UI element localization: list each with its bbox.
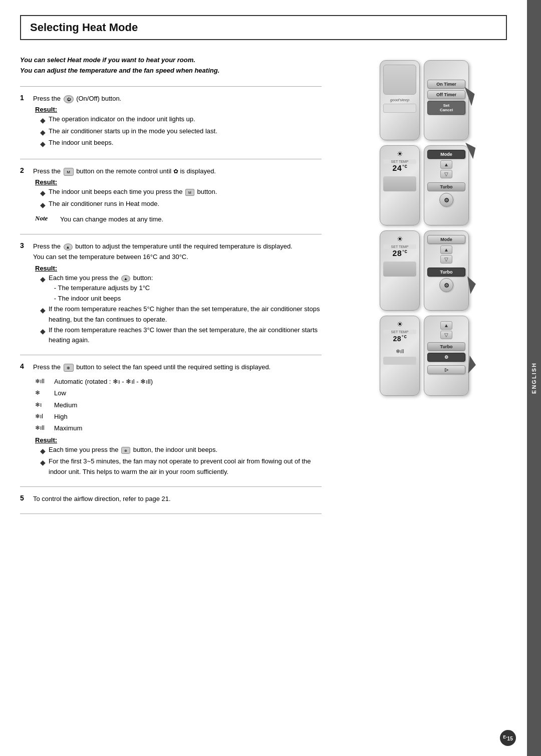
result-text: The operation indicator on the indoor un… bbox=[49, 114, 195, 125]
temp-display-2: 24°C bbox=[383, 164, 416, 173]
step-2-note: Note You can change modes at any time. bbox=[35, 214, 322, 225]
deg-c-2: °C bbox=[402, 164, 407, 169]
remote-sleep-btn bbox=[383, 104, 416, 113]
temp-down-btn[interactable]: ▽ bbox=[440, 170, 452, 178]
temp-up-btn-3[interactable]: ▲ bbox=[440, 245, 452, 254]
fan-row-auto: ❄ıll Automatic (rotated : ❄ı - ❄ıl - ❄ıl… bbox=[35, 376, 322, 387]
right-column: good'sleep On Timer Off Timer bbox=[342, 55, 507, 521]
side-tab-label: ENGLISH bbox=[531, 362, 537, 394]
step-3-header: 3 Press the ▲ button to adjust the tempe… bbox=[20, 241, 322, 263]
result-text: The air conditioner runs in Heat mode. bbox=[49, 199, 159, 209]
result-label-2: Result: bbox=[35, 178, 57, 186]
step-5-num: 5 bbox=[20, 494, 28, 502]
step-4: 4 Press the ⊕ button to select the fan s… bbox=[20, 362, 322, 477]
spacer4 bbox=[383, 343, 416, 348]
on-off-icon: ⏻ bbox=[64, 95, 74, 103]
remote-bottom-left-4 bbox=[383, 357, 416, 365]
temp-up-btn-4[interactable]: ▲ bbox=[440, 321, 452, 330]
remote-panel-2: ☀ SET TEMP 24°C Mode ▲ ▽ Turbo ⚙ bbox=[342, 145, 507, 225]
mode-btn[interactable]: Mode bbox=[427, 150, 465, 159]
fan-row-high: ❄ıl High bbox=[35, 411, 322, 422]
step-4-text: Press the ⊕ button to select the fan spe… bbox=[33, 362, 270, 373]
remote-right-1: On Timer Off Timer Set Cancel bbox=[424, 60, 469, 140]
result-text: The indoor unit beeps. bbox=[49, 138, 113, 148]
offtimer-label: Off Timer bbox=[436, 92, 456, 97]
remote-body-left bbox=[383, 65, 416, 95]
remote-right-4: ▲ ▽ Turbo ⚙ ▷ bbox=[424, 316, 469, 396]
mode-btn-icon: M bbox=[64, 168, 74, 176]
result-text: For the first 3~5 minutes, the fan may n… bbox=[49, 456, 322, 477]
bullet-icon: ◆ bbox=[40, 138, 46, 149]
fan-speed-btn[interactable]: ⚙ bbox=[427, 353, 465, 362]
result-items-4: ◆ Each time you press the ⊕ button, the … bbox=[40, 445, 322, 477]
page-number-badge: E-15 bbox=[500, 730, 516, 746]
remote-panel-3: ☀ SET TEMP 28°C Mode ▲ ▽ Turbo ⚙ bbox=[342, 230, 507, 311]
result-item: ◆ Each time you press the ⊕ button, the … bbox=[40, 445, 322, 456]
temp-down-btn-4[interactable]: ▽ bbox=[440, 331, 452, 339]
turbo-btn-4[interactable]: Turbo bbox=[427, 342, 465, 351]
result-text: The air conditioner starts up in the mod… bbox=[49, 126, 217, 137]
step-1-result: Result: ◆ The operation indicator on the… bbox=[35, 106, 322, 149]
fan-low-icon: ❄ bbox=[35, 388, 50, 399]
result-text: Each time you press the ⊕ button, the in… bbox=[49, 445, 217, 455]
temp-display-3: 28°C bbox=[383, 249, 416, 259]
step-1-header: 1 Press the ⏻ (On/Off) button. bbox=[20, 94, 322, 104]
result-label-1: Result: bbox=[35, 106, 57, 113]
fan-mode-btn-3[interactable]: ⚙ bbox=[439, 278, 453, 292]
remote-right-wrapper-2: Mode ▲ ▽ Turbo ⚙ bbox=[424, 145, 469, 225]
step-1-text: Press the ⏻ (On/Off) button. bbox=[33, 94, 121, 104]
step-3-text: Press the ▲ button to adjust the tempera… bbox=[33, 241, 293, 263]
fan-medium-icon: ❄ı bbox=[35, 400, 50, 411]
remote-left-1: good'sleep bbox=[380, 60, 420, 140]
fan-row-medium: ❄ı Medium bbox=[35, 399, 322, 411]
result-item: ◆ The indoor unit beeps. bbox=[40, 138, 322, 149]
bullet-icon: ◆ bbox=[40, 199, 46, 210]
bullet-icon: ◆ bbox=[40, 274, 46, 285]
fan-medium-label: Medium bbox=[54, 399, 77, 411]
step-5-text: To control the airflow direction, refer … bbox=[33, 494, 171, 505]
remote-right-wrapper-1: On Timer Off Timer Set Cancel bbox=[424, 60, 469, 140]
result-item: ◆ The air conditioner runs in Heat mode. bbox=[40, 199, 322, 210]
fan-max-icon: ❄ıll bbox=[35, 423, 50, 434]
step-2-text: Press the M button on the remote control… bbox=[33, 166, 216, 177]
fan-speed-block: ❄ıll Automatic (rotated : ❄ı - ❄ıl - ❄ıl… bbox=[35, 376, 322, 434]
remote-bottom-left-3 bbox=[383, 262, 416, 277]
divider-3 bbox=[20, 355, 322, 355]
step-4-header: 4 Press the ⊕ button to select the fan s… bbox=[20, 362, 322, 373]
result-text: If the room temperature reaches 3°C lowe… bbox=[49, 325, 322, 346]
fan-high-icon: ❄ıl bbox=[35, 411, 50, 422]
remote-left-3: ☀ SET TEMP 28°C bbox=[380, 230, 420, 311]
mode-btn-3[interactable]: Mode bbox=[427, 235, 465, 244]
result-items-2: ◆ The indoor unit beeps each time you pr… bbox=[40, 187, 322, 210]
heat-icon: ✿ bbox=[173, 168, 178, 175]
offtimer-btn[interactable]: Off Timer bbox=[427, 90, 465, 99]
sleep-label: good'sleep bbox=[383, 98, 416, 102]
side-tab: ENGLISH bbox=[527, 0, 541, 756]
remote-right-2: Mode ▲ ▽ Turbo ⚙ bbox=[424, 145, 469, 225]
result-text: Each time you press the ▲ button: - The … bbox=[49, 273, 153, 304]
step-2-header: 2 Press the M button on the remote contr… bbox=[20, 166, 322, 177]
airflow-btn[interactable]: ▷ bbox=[427, 365, 465, 374]
fan-mode-btn-2[interactable]: ⚙ bbox=[439, 193, 453, 207]
result-text: If the room temperature reaches 5°C high… bbox=[49, 304, 322, 325]
temp-up-btn[interactable]: ▲ bbox=[440, 160, 452, 169]
bullet-icon: ◆ bbox=[40, 326, 46, 337]
step-3-result: Result: ◆ Each time you press the ▲ butt… bbox=[35, 265, 322, 346]
step-4-result: Result: ◆ Each time you press the ⊕ butt… bbox=[35, 436, 322, 477]
intro-line1: You can select Heat mode if you want to … bbox=[20, 55, 322, 66]
remote-right-wrapper-3: Mode ▲ ▽ Turbo ⚙ bbox=[424, 230, 469, 311]
bullet-icon: ◆ bbox=[40, 305, 46, 316]
step-2-num: 2 bbox=[20, 166, 28, 174]
step-2-result: Result: ◆ The indoor unit beeps each tim… bbox=[35, 178, 322, 210]
setcancel-btn[interactable]: Set Cancel bbox=[427, 101, 465, 115]
title-box: Selecting Heat Mode bbox=[20, 15, 507, 40]
fan-row-max: ❄ıll Maximum bbox=[35, 422, 322, 434]
fan-low-label: Low bbox=[54, 387, 66, 399]
turbo-btn-2[interactable]: Turbo bbox=[427, 182, 465, 191]
result-item: ◆ The operation indicator on the indoor … bbox=[40, 114, 322, 126]
temp-down-btn-3[interactable]: ▽ bbox=[440, 255, 452, 264]
set-temp-label-3: SET TEMP bbox=[383, 244, 416, 249]
set-temp-label-4: SET TEMP bbox=[383, 330, 416, 334]
turbo-btn-3[interactable]: Turbo bbox=[427, 268, 465, 277]
ontimer-btn[interactable]: On Timer bbox=[427, 80, 465, 89]
